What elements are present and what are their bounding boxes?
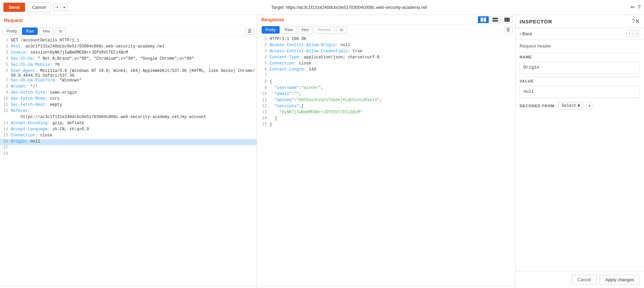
decoded-select-value: Select [562,103,576,108]
decoded-select[interactable]: Select ▼ [559,102,583,110]
req-line-3: 3 Cookie: session=0yNK7jIwBm8ME8BrrJDfV8… [0,50,257,56]
tab-response-render[interactable]: Render [314,26,335,34]
tab-request-newline[interactable]: \n [55,27,66,35]
req-line-9: 9 Sec-Fetch-Site: same-origin [0,90,257,96]
res-line-5: 5 Connection: close [259,61,516,67]
edit-icon[interactable]: ✏ [630,4,635,11]
toolbar: Send Cancel ‹ ▾ › ▾ Target: https://ac3c… [0,0,644,15]
res-line-8: 8 { [259,79,516,85]
req-line-12-cont: https://ac3c1f131e240dcbc0e51703004c008c… [0,115,257,121]
decoded-from-row: DECODED FROM: Select ▼ + [520,102,640,110]
res-line-14: 14 ] [259,116,516,122]
inspector-next-button[interactable]: › [634,30,640,37]
res-line-7: 7 [259,73,516,79]
decoded-from-label: DECODED FROM: [520,104,556,108]
inspector-title: INSPECTOR [520,19,552,24]
svg-rect-0 [481,18,483,22]
svg-rect-1 [484,18,486,22]
request-menu-button[interactable]: ☰ [245,28,254,35]
inspector-cancel-button[interactable]: Cancel [571,275,597,285]
req-line-2: 2 Host: ac3c1f131e240dcbc0e51703004c008c… [0,44,257,50]
apply-changes-button[interactable]: Apply changes [600,275,640,285]
nav-back-group: ‹ ▾ › ▾ [53,4,68,11]
res-line-9: 9 "username":"wiener", [259,85,516,92]
tab-request-hex[interactable]: Hex [39,27,54,35]
help-icon[interactable]: ? [638,4,641,11]
tab-response-hex[interactable]: Hex [298,26,313,34]
view-horizontal-button[interactable] [490,16,501,23]
response-title: Response [262,17,284,22]
add-decoded-button[interactable]: + [586,102,593,110]
req-line-15: 15 Connection: close [0,133,257,139]
inspector-header: INSPECTOR ? ✕ [516,15,644,28]
response-code-area[interactable]: 1 HTTP/1.1 200 OK 2 Access-Control-Allow… [259,35,516,286]
response-pane: Response Pretty Raw Hex Render \n ☰ [259,15,516,288]
res-line-2: 2 Access-Control-Allow-Origin: null [259,43,516,49]
request-subtoolbar: Pretty Raw Hex \n ☰ [0,26,257,37]
req-line-13: 13 Accept-Encoding: gzip, deflate [0,121,257,127]
view-toggle-group [478,16,512,23]
inspector-pane: INSPECTOR ? ✕ ‹ Back ‹ › Request header … [515,15,644,288]
nav-forward-button[interactable]: › ▾ [60,4,68,11]
inspector-back-button[interactable]: ‹ Back [520,31,532,36]
inspector-prev-button[interactable]: ‹ [626,30,632,37]
res-line-6: 6 Content-Length: 149 [259,67,516,73]
inspector-name-value[interactable]: Origin [520,62,640,74]
target-url: Target: https://ac3c1f131e240dcbc0e51703… [70,5,628,10]
nav-back-button[interactable]: ‹ ▾ [53,4,60,11]
req-line-12: 12 Referer: [0,109,257,115]
req-line-11: 11 Sec-Fetch-Dest: empty [0,102,257,109]
res-line-1: 1 HTTP/1.1 200 OK [259,37,516,43]
tab-response-raw[interactable]: Raw [281,26,297,34]
req-line-4: 4 Sec-Ch-Ua: " Not A;Brand";v="99", "Chr… [0,56,257,62]
cancel-button[interactable]: Cancel [27,2,51,12]
req-line-16: 16 Origin: null [0,139,257,145]
res-line-15: 15 } [259,122,516,128]
request-code-area[interactable]: 1 GET /accountDetails HTTP/1.1 2 Host: a… [0,37,257,286]
inspector-value-value[interactable]: null [520,86,640,98]
res-line-11: 11 "apikey":"HdC0av3n2qCoTUbeejKLQU1onLb… [259,98,516,104]
inspector-close-icon[interactable]: ✕ [635,18,640,25]
svg-rect-2 [492,18,498,19]
main-content: Request Pretty Raw Hex \n ☰ 1 GET /accou… [0,15,644,288]
tab-response-pretty[interactable]: Pretty [262,26,280,34]
res-line-4: 4 Content-Type: application/json; charse… [259,55,516,61]
svg-rect-4 [504,18,510,22]
inspector-help-icon[interactable]: ? [632,18,635,24]
tab-request-pretty[interactable]: Pretty [3,27,21,35]
request-pane: Request Pretty Raw Hex \n ☰ 1 GET /accou… [0,15,257,288]
inspector-body: Request header NAME Origin VALUE null DE… [516,39,644,271]
req-line-18: 18 [0,151,257,157]
inspector-section-title: Request header [520,43,640,49]
inspector-footer: Cancel Apply changes [516,271,644,288]
tab-request-raw[interactable]: Raw [22,27,38,35]
inspector-nav: ‹ Back ‹ › [516,28,644,39]
request-title: Request [0,15,257,26]
req-line-5: 5 Sec-Ch-Ua-Mobile: ?0 [0,62,257,69]
req-line-1: 1 GET /accountDetails HTTP/1.1 [0,38,257,44]
chevron-down-icon: ▼ [578,103,580,108]
response-resize-handle[interactable]: ⋮ [259,286,516,288]
response-menu-button[interactable]: ☰ [504,26,512,33]
req-line-6: 6 User-Agent: Mozilla/5.0 (Windows NT 10… [0,69,257,78]
view-single-button[interactable] [502,16,512,23]
back-label: Back [522,31,532,36]
res-line-13: 13 "0yNK7jIwBm8ME8BrrJDfVSVtTECi4BcM" [259,110,516,116]
response-header-row: Response [259,15,516,25]
toolbar-icons: ✏ ? [630,4,641,11]
response-subtoolbar: Pretty Raw Hex Render \n ☰ [259,25,516,35]
back-arrow-icon: ‹ [520,31,521,36]
req-line-10: 10 Sec-Fetch-Mode: cors [0,96,257,102]
request-resize-handle[interactable]: ⋮ [0,286,257,288]
view-split-button[interactable] [478,16,489,23]
nav-left-down-icon: ▾ [57,5,58,9]
send-button[interactable]: Send [3,3,25,12]
inspector-value-label: VALUE [520,77,640,84]
req-line-14: 14 Accept-Language: zh-CN, zh;q=0.9 [0,127,257,133]
tab-response-newline[interactable]: \n [336,26,347,34]
res-line-10: 10 "email":"", [259,92,516,98]
inspector-name-label: NAME [520,53,640,60]
res-line-3: 3 Access-Control-Allow-Credentials: true [259,49,516,55]
req-line-17: 17 [0,145,257,151]
svg-rect-3 [492,20,498,22]
